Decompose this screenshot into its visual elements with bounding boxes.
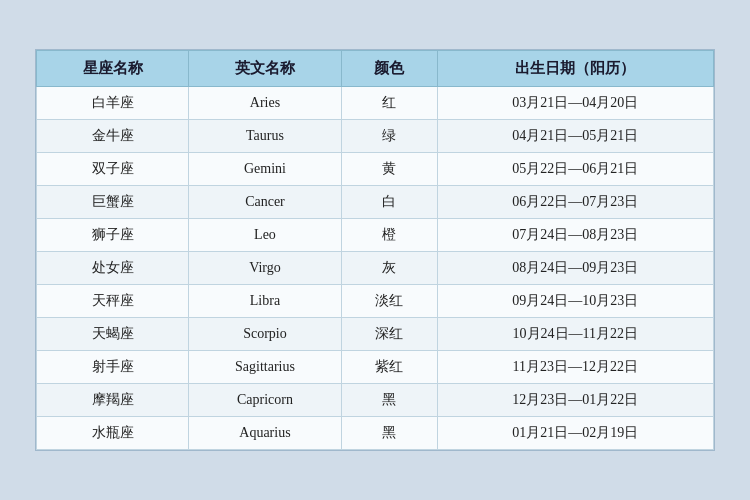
table-row: 巨蟹座Cancer白06月22日—07月23日 (37, 186, 714, 219)
cell-chinese-name: 处女座 (37, 252, 189, 285)
cell-color: 红 (341, 87, 437, 120)
table-row: 水瓶座Aquarius黑01月21日—02月19日 (37, 417, 714, 450)
cell-color: 黑 (341, 417, 437, 450)
cell-color: 橙 (341, 219, 437, 252)
cell-english-name: Gemini (189, 153, 341, 186)
header-chinese-name: 星座名称 (37, 51, 189, 87)
cell-english-name: Sagittarius (189, 351, 341, 384)
table-row: 金牛座Taurus绿04月21日—05月21日 (37, 120, 714, 153)
cell-english-name: Aquarius (189, 417, 341, 450)
cell-english-name: Scorpio (189, 318, 341, 351)
cell-chinese-name: 射手座 (37, 351, 189, 384)
cell-dates: 07月24日—08月23日 (437, 219, 713, 252)
cell-chinese-name: 巨蟹座 (37, 186, 189, 219)
cell-color: 绿 (341, 120, 437, 153)
table-row: 狮子座Leo橙07月24日—08月23日 (37, 219, 714, 252)
cell-chinese-name: 双子座 (37, 153, 189, 186)
header-color: 颜色 (341, 51, 437, 87)
cell-dates: 08月24日—09月23日 (437, 252, 713, 285)
zodiac-table: 星座名称 英文名称 颜色 出生日期（阳历） 白羊座Aries红03月21日—04… (36, 50, 714, 450)
cell-color: 淡红 (341, 285, 437, 318)
cell-english-name: Leo (189, 219, 341, 252)
cell-color: 黑 (341, 384, 437, 417)
cell-color: 白 (341, 186, 437, 219)
cell-chinese-name: 金牛座 (37, 120, 189, 153)
table-row: 白羊座Aries红03月21日—04月20日 (37, 87, 714, 120)
cell-color: 灰 (341, 252, 437, 285)
zodiac-table-container: 星座名称 英文名称 颜色 出生日期（阳历） 白羊座Aries红03月21日—04… (35, 49, 715, 451)
cell-english-name: Capricorn (189, 384, 341, 417)
table-row: 双子座Gemini黄05月22日—06月21日 (37, 153, 714, 186)
header-dates: 出生日期（阳历） (437, 51, 713, 87)
table-row: 天秤座Libra淡红09月24日—10月23日 (37, 285, 714, 318)
cell-english-name: Taurus (189, 120, 341, 153)
cell-dates: 11月23日—12月22日 (437, 351, 713, 384)
cell-color: 紫红 (341, 351, 437, 384)
cell-color: 深红 (341, 318, 437, 351)
table-header-row: 星座名称 英文名称 颜色 出生日期（阳历） (37, 51, 714, 87)
cell-chinese-name: 天蝎座 (37, 318, 189, 351)
cell-english-name: Virgo (189, 252, 341, 285)
cell-chinese-name: 摩羯座 (37, 384, 189, 417)
table-row: 射手座Sagittarius紫红11月23日—12月22日 (37, 351, 714, 384)
cell-dates: 12月23日—01月22日 (437, 384, 713, 417)
cell-dates: 06月22日—07月23日 (437, 186, 713, 219)
cell-chinese-name: 水瓶座 (37, 417, 189, 450)
cell-english-name: Cancer (189, 186, 341, 219)
cell-chinese-name: 天秤座 (37, 285, 189, 318)
header-english-name: 英文名称 (189, 51, 341, 87)
cell-chinese-name: 狮子座 (37, 219, 189, 252)
cell-dates: 01月21日—02月19日 (437, 417, 713, 450)
cell-color: 黄 (341, 153, 437, 186)
cell-dates: 03月21日—04月20日 (437, 87, 713, 120)
cell-dates: 10月24日—11月22日 (437, 318, 713, 351)
cell-chinese-name: 白羊座 (37, 87, 189, 120)
cell-dates: 09月24日—10月23日 (437, 285, 713, 318)
cell-dates: 04月21日—05月21日 (437, 120, 713, 153)
cell-english-name: Libra (189, 285, 341, 318)
cell-dates: 05月22日—06月21日 (437, 153, 713, 186)
cell-english-name: Aries (189, 87, 341, 120)
table-row: 摩羯座Capricorn黑12月23日—01月22日 (37, 384, 714, 417)
table-row: 天蝎座Scorpio深红10月24日—11月22日 (37, 318, 714, 351)
table-row: 处女座Virgo灰08月24日—09月23日 (37, 252, 714, 285)
